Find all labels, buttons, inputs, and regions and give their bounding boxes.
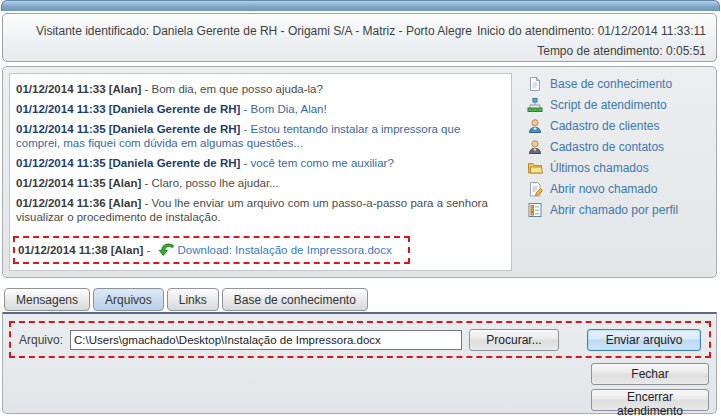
checklist-icon [527,202,543,218]
download-icon [154,244,178,256]
folder-open-icon [527,160,543,176]
footer-buttons: Fechar Encerrar atendimento [591,363,709,411]
message-timestamp-author: 01/12/2014 11:33 [Alan] [16,83,141,95]
sidebar-item-label[interactable]: Últimos chamados [550,161,649,175]
sidebar-item-label[interactable]: Base de conhecimento [550,77,672,91]
sitemap-icon [527,97,543,113]
highlighted-file-message: 01/12/2014 11:38 [Alan] - Download: Inst… [13,236,410,264]
message-text: Bom dia, em que posso ajuda-la? [152,83,323,95]
document-icon [527,76,543,92]
sidebar-item-label[interactable]: Script de atendimento [550,98,667,112]
attendance-elapsed-label: Tempo de atendimento: 0:05:51 [537,44,706,58]
chat-message: 01/12/2014 11:33 [Daniela Gerente de RH]… [16,102,505,116]
sidebar-item-script-de-atendimento[interactable]: Script de atendimento [527,97,715,113]
file-path-input[interactable] [70,330,462,350]
chat-message: 01/12/2014 11:36 [Alan] - Vou lhe enviar… [16,196,505,224]
send-file-button[interactable]: Enviar arquivo [587,329,701,351]
close-button[interactable]: Fechar [591,363,709,385]
tab-links[interactable]: Links [167,288,219,311]
file-upload-row-highlight: Arquivo: Procurar... Enviar arquivo [9,321,711,358]
chat-message-area: 01/12/2014 11:33 [Alan] - Bom dia, em qu… [9,73,512,271]
sidebar-item-cadastro-de-contatos[interactable]: Cadastro de contatos [527,139,715,155]
chat-message: 01/12/2014 11:35 [Daniela Gerente de RH]… [16,156,505,170]
sidebar-item-base-de-conhecimento[interactable]: Base de conhecimento [527,76,715,92]
message-separator: - [240,103,250,115]
file-field-label: Arquivo: [19,333,63,347]
message-timestamp-author: 01/12/2014 11:33 [Daniela Gerente de RH] [16,103,240,115]
sidebar-item-ultimos-chamados[interactable]: Últimos chamados [527,160,715,176]
browse-button[interactable]: Procurar... [469,329,559,351]
visitor-identified-label: Visitante identificado: Daniela Gerente … [36,24,472,38]
end-attendance-button[interactable]: Encerrar atendimento [591,389,709,411]
tab-bar: MensagensArquivosLinksBase de conhecimen… [4,288,368,311]
new-document-icon [527,181,543,197]
sidebar-item-cadastro-de-clientes[interactable]: Cadastro de clientes [527,118,715,134]
message-timestamp-author: 01/12/2014 11:38 [Alan] [18,244,143,256]
message-separator: - [240,157,250,169]
file-download-link[interactable]: Download: Instalação de Impressora.docx [178,244,392,256]
sidebar-item-abrir-chamado-por-perfil[interactable]: Abrir chamado por perfil [527,202,715,218]
message-separator: - [141,177,151,189]
message-separator: - [141,197,151,209]
message-timestamp-author: 01/12/2014 11:35 [Daniela Gerente de RH] [16,123,240,135]
user-dark-icon [527,139,543,155]
message-timestamp-author: 01/12/2014 11:36 [Alan] [16,197,141,209]
chat-message: 01/12/2014 11:38 [Alan] - Download: Inst… [16,230,505,264]
attendance-header-panel: Visitante identificado: Daniela Gerente … [2,13,717,62]
sidebar-item-label[interactable]: Abrir chamado por perfil [550,203,678,217]
message-text: você tem como me auxiliar? [251,157,394,169]
message-text: Bom Dia, Alan! [251,103,327,115]
chat-message: 01/12/2014 11:33 [Alan] - Bom dia, em qu… [16,82,505,96]
sidebar-quick-links: Base de conhecimentoScript de atendiment… [527,76,715,223]
tab-mensagens[interactable]: Mensagens [4,288,90,311]
message-timestamp-author: 01/12/2014 11:35 [Alan] [16,177,141,189]
message-separator: - [143,244,153,256]
user-blue-icon [527,118,543,134]
tab-base-de-conhecimento[interactable]: Base de conhecimento [222,288,368,311]
attendance-start-label: Inicio do atendimento: 01/12/2014 11:33:… [477,24,706,38]
message-separator: - [141,83,151,95]
message-separator: - [240,123,250,135]
message-text: Claro, posso lhe ajudar... [152,177,279,189]
chat-support-window: { "header": { "visitor": "Visitante iden… [0,0,721,419]
message-timestamp-author: 01/12/2014 11:35 [Daniela Gerente de RH] [16,157,240,169]
window-top-bar [1,0,720,11]
main-panel: 01/12/2014 11:33 [Alan] - Bom dia, em qu… [2,66,717,278]
file-tab-panel: Arquivo: Procurar... Enviar arquivo Fech… [2,312,717,414]
sidebar-item-label[interactable]: Cadastro de clientes [550,119,659,133]
chat-message: 01/12/2014 11:35 [Daniela Gerente de RH]… [16,122,505,150]
tab-arquivos[interactable]: Arquivos [93,288,164,311]
sidebar-item-label[interactable]: Cadastro de contatos [550,140,664,154]
chat-message: 01/12/2014 11:35 [Alan] - Claro, posso l… [16,176,505,190]
sidebar-item-abrir-novo-chamado[interactable]: Abrir novo chamado [527,181,715,197]
sidebar-item-label[interactable]: Abrir novo chamado [550,182,657,196]
